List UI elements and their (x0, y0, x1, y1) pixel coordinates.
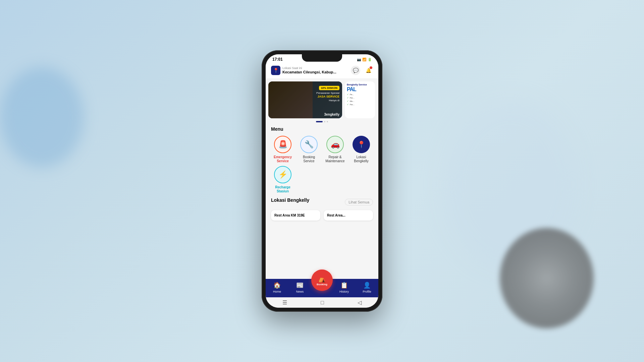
lokasi-section-header: Lokasi Bengkelly Lihat Semua (271, 197, 373, 207)
banner-container: 10% DISKON Penawaran Spesial JASA SERVIC… (268, 81, 376, 118)
phone-screen: 17:01 📷 📶 🔋 📍 Lokasi Saat ini Kecamatan … (266, 54, 378, 308)
nav-item-home[interactable]: 🏠 Home (266, 282, 288, 293)
menu-section: Menu 🚨 EmergencyService 🔧 Book (266, 124, 378, 196)
location-label: Lokasi Saat ini (282, 66, 336, 70)
booking-fab-button[interactable]: ⛺ Booking (311, 269, 333, 291)
signal-icon: 📶 (362, 58, 366, 61)
brand-name: 3engkelly (324, 113, 339, 116)
profile-nav-label: Profile (363, 290, 371, 293)
emergency-icon-circle: 🚨 (274, 136, 291, 153)
emergency-label: EmergencyService (274, 155, 292, 163)
promo-title: Penawaran Spesial (316, 92, 339, 95)
emergency-icon: 🚨 (278, 140, 287, 149)
banner-text: 10% DISKON Penawaran Spesial JASA SERVIC… (316, 84, 339, 102)
booking-service-icon: 🔧 (305, 140, 314, 149)
location-text: Lokasi Saat ini Kecamatan Cileungsi, Kab… (282, 66, 336, 74)
android-nav: ☰ □ ◁ (266, 297, 378, 308)
check-icon-2: ✓ (347, 97, 349, 99)
phone-frame: 17:01 📷 📶 🔋 📍 Lokasi Saat ini Kecamatan … (262, 50, 382, 312)
history-nav-icon: 📋 (340, 282, 348, 289)
history-nav-label: History (339, 290, 349, 293)
lokasi-icon: 📍 (357, 140, 366, 148)
banner-item-text-4: Per... (350, 104, 355, 106)
app-header: 📍 Lokasi Saat ini Kecamatan Cileungsi, K… (266, 63, 378, 79)
service-text: JASA SERVICE (316, 95, 339, 99)
recharge-icon: ⚡ (278, 170, 287, 179)
profile-nav-icon: 👤 (363, 282, 371, 289)
sub-text: Hanya di (316, 99, 339, 102)
phone-notch (302, 54, 342, 62)
home-nav-label: Home (273, 290, 281, 293)
nav-item-profile[interactable]: 👤 Profile (356, 282, 378, 293)
nav-item-news[interactable]: 📰 News (288, 282, 311, 293)
dot-1 (324, 121, 325, 122)
banner-item-text-1: Pe... (350, 94, 354, 96)
rest-area-card-2[interactable]: Rest Area... (324, 210, 373, 221)
bottom-nav: ⛺ Booking 🏠 Home 📰 News 📋 History (266, 279, 378, 297)
lokasi-section-title: Lokasi Bengkelly (271, 197, 309, 203)
secondary-banner-title: Bengkelly Service (347, 83, 373, 86)
check-icon-1: ✓ (347, 93, 349, 96)
check-icon-4: ✓ (347, 103, 349, 106)
android-menu-btn[interactable]: ☰ (282, 299, 287, 306)
booking-service-label: BookingService (303, 155, 315, 163)
header-icons: 💬 🔔 (351, 66, 373, 75)
location-info[interactable]: 📍 Lokasi Saat ini Kecamatan Cileungsi, K… (271, 66, 336, 75)
banner-area: 10% DISKON Penawaran Spesial JASA SERVIC… (266, 79, 378, 124)
view-all-button[interactable]: Lihat Semua (345, 199, 373, 205)
dot-2 (327, 121, 328, 122)
menu-grid-row2: ⚡ RechargeStasiun (271, 166, 373, 193)
repair-icon: 🚗 (331, 140, 340, 149)
main-banner[interactable]: 10% DISKON Penawaran Spesial JASA SERVIC… (268, 81, 342, 118)
camera-icon: 📷 (357, 58, 361, 61)
lokasi-icon-circle: 📍 (353, 136, 370, 153)
status-time: 17:01 (272, 57, 283, 62)
news-nav-label: News (296, 290, 304, 293)
chat-button[interactable]: 💬 (351, 66, 360, 75)
banner-item-2: ✓ Per... (347, 97, 373, 99)
recharge-icon-circle: ⚡ (274, 166, 291, 183)
status-icons: 📷 📶 🔋 (357, 58, 372, 61)
menu-item-repair[interactable]: 🚗 Repair &Maintenance (323, 136, 347, 163)
booking-fab-icon: ⛺ (318, 275, 326, 283)
location-pin-icon: 📍 (271, 66, 280, 75)
battery-icon: 🔋 (368, 58, 372, 61)
android-home-btn[interactable]: □ (321, 300, 324, 306)
menu-grid: 🚨 EmergencyService 🔧 BookingService (271, 136, 373, 163)
repair-icon-circle: 🚗 (326, 136, 344, 153)
location-name: Kecamatan Cileungsi, Kabup... (282, 70, 336, 74)
recharge-label: RechargeStasiun (275, 185, 290, 193)
nav-item-history[interactable]: 📋 History (333, 282, 356, 293)
dot-active (316, 121, 323, 122)
discount-badge: 10% DISKON (319, 86, 339, 90)
dots-indicator (268, 118, 376, 124)
menu-item-emergency[interactable]: 🚨 EmergencyService (271, 136, 294, 163)
notification-badge (370, 66, 372, 69)
menu-item-recharge[interactable]: ⚡ RechargeStasiun (271, 166, 294, 193)
lokasi-label: LokasiBengkelly (354, 155, 368, 163)
banner-item-1: ✓ Pe... (347, 93, 373, 96)
notification-button[interactable]: 🔔 (364, 66, 373, 75)
menu-item-lokasi[interactable]: 📍 LokasiBengkelly (350, 136, 373, 163)
rest-area-name-2: Rest Area... (327, 214, 370, 217)
home-nav-icon: 🏠 (273, 282, 281, 289)
booking-fab-label: Booking (317, 283, 327, 286)
rest-area-name-1: Rest Area KM 319E (274, 214, 317, 217)
scroll-content[interactable]: 10% DISKON Penawaran Spesial JASA SERVIC… (266, 79, 378, 279)
banner-item-4: ✓ Per... (347, 103, 373, 106)
check-icon-3: ✓ (347, 100, 349, 103)
menu-title: Menu (271, 126, 373, 132)
secondary-banner-logo: PAL (347, 86, 373, 93)
banner-item-text-2: Per... (350, 97, 355, 99)
lokasi-bengkelly-section: Lokasi Bengkelly Lihat Semua Rest Area K… (266, 196, 378, 223)
rest-area-card-1[interactable]: Rest Area KM 319E (271, 210, 320, 221)
menu-item-booking-service[interactable]: 🔧 BookingService (297, 136, 321, 163)
news-nav-icon: 📰 (296, 282, 304, 289)
secondary-banner[interactable]: Bengkelly Service PAL ✓ Pe... ✓ Per... ✓ (345, 81, 375, 118)
promo-text: Penawaran Spesial JASA SERVICE Hanya di (316, 92, 339, 102)
repair-label: Repair &Maintenance (325, 155, 344, 163)
rest-area-row: Rest Area KM 319E Rest Area... (271, 210, 373, 221)
banner-item-text-3: Mo... (350, 100, 354, 102)
booking-service-icon-circle: 🔧 (300, 136, 318, 153)
android-back-btn[interactable]: ◁ (358, 299, 362, 306)
